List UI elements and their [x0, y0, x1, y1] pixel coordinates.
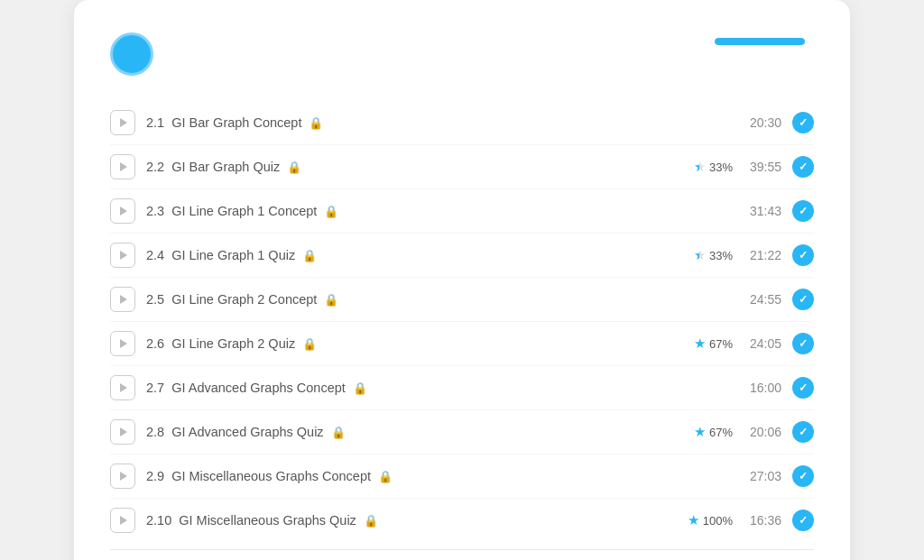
lesson-name: 2.6 GI Line Graph 2 Quiz 🔒 [146, 336, 670, 351]
lesson-meta: 16:00 ✓ [670, 377, 814, 399]
play-triangle-icon [120, 251, 127, 260]
play-button[interactable] [110, 243, 135, 268]
lesson-row[interactable]: 2.8 GI Advanced Graphs Quiz 🔒 ★67% 20:06… [110, 410, 814, 454]
play-button[interactable] [110, 464, 135, 489]
lesson-name: 2.10 GI Miscellaneous Graphs Quiz 🔒 [146, 513, 670, 528]
lesson-id: 2.6 [146, 336, 164, 351]
lesson-meta: ★★33% 39:55 ✓ [670, 156, 814, 178]
lesson-name: 2.9 GI Miscellaneous Graphs Concept 🔒 [146, 469, 670, 483]
check-icon: ✓ [799, 205, 808, 217]
check-icon: ✓ [799, 514, 808, 527]
lesson-title: GI Line Graph 1 Concept [171, 204, 317, 218]
lesson-id: 2.3 [146, 204, 164, 218]
lesson-id: 2.10 [146, 513, 171, 528]
half-star-icon: ★★ [694, 159, 706, 175]
play-triangle-icon [120, 339, 127, 348]
progress-bar-fill [715, 38, 805, 45]
module-icon [110, 32, 153, 76]
play-triangle-icon [120, 162, 127, 171]
lesson-id: 2.2 [146, 160, 164, 174]
lesson-percent: ★★33% [694, 159, 733, 175]
check-icon: ✓ [799, 337, 808, 350]
completion-badge: ✓ [792, 112, 814, 133]
lock-icon: 🔒 [324, 293, 338, 307]
lesson-percent: ★★33% [694, 247, 733, 263]
play-button[interactable] [110, 331, 135, 356]
play-button[interactable] [110, 198, 135, 224]
check-icon: ✓ [799, 161, 808, 173]
module-header [110, 29, 814, 76]
completion-badge: ✓ [792, 289, 814, 310]
lock-icon: 🔒 [287, 161, 301, 174]
lesson-name: 2.4 GI Line Graph 1 Quiz 🔒 [146, 248, 670, 262]
lock-icon: 🔒 [302, 249, 317, 262]
play-button[interactable] [110, 375, 135, 400]
lesson-meta: 24:55 ✓ [670, 289, 814, 310]
lesson-meta: 27:03 ✓ [670, 465, 814, 487]
lesson-row[interactable]: 2.4 GI Line Graph 1 Quiz 🔒 ★★33% 21:22 ✓ [110, 234, 814, 278]
lesson-row[interactable]: 2.2 GI Bar Graph Quiz 🔒 ★★33% 39:55 ✓ [110, 145, 814, 189]
module-card: 2.1 GI Bar Graph Concept 🔒 20:30 ✓ 2.2 G… [74, 0, 850, 560]
lesson-id: 2.5 [146, 292, 164, 307]
lesson-time: 16:00 [744, 381, 781, 395]
lesson-meta: 20:30 ✓ [670, 112, 814, 133]
completion-badge: ✓ [792, 333, 814, 354]
play-button[interactable] [110, 508, 135, 533]
lesson-time: 39:55 [744, 160, 781, 174]
lesson-time: 16:36 [744, 513, 781, 528]
completion-badge: ✓ [792, 377, 814, 399]
lesson-time: 31:43 [744, 204, 781, 218]
lock-icon: 🔒 [324, 205, 338, 218]
play-button[interactable] [110, 287, 135, 312]
check-icon: ✓ [799, 116, 808, 129]
lesson-title: GI Line Graph 1 Quiz [171, 248, 295, 262]
check-icon: ✓ [799, 381, 808, 394]
lesson-id: 2.7 [146, 381, 164, 395]
completion-badge: ✓ [792, 244, 814, 266]
lesson-title: GI Bar Graph Concept [171, 115, 301, 130]
lesson-title: GI Miscellaneous Graphs Quiz [179, 513, 356, 528]
lesson-time: 20:30 [744, 115, 781, 130]
star-icon: ★ [688, 512, 699, 528]
lesson-row[interactable]: 2.5 GI Line Graph 2 Concept 🔒 24:55 ✓ [110, 278, 814, 322]
completion-badge: ✓ [792, 200, 814, 222]
lesson-title: GI Advanced Graphs Concept [171, 381, 346, 395]
module-progress [715, 38, 814, 45]
lesson-name: 2.5 GI Line Graph 2 Concept 🔒 [146, 292, 670, 307]
play-triangle-icon [120, 295, 127, 304]
completion-badge: ✓ [792, 156, 814, 178]
collapse-button[interactable]: ▲ [110, 550, 814, 560]
lesson-title: GI Bar Graph Quiz [171, 160, 280, 174]
play-triangle-icon [120, 472, 127, 481]
lesson-name: 2.8 GI Advanced Graphs Quiz 🔒 [146, 425, 670, 439]
star-icon: ★ [694, 424, 706, 440]
check-icon: ✓ [799, 470, 808, 482]
play-triangle-icon [120, 118, 127, 127]
lesson-row[interactable]: 2.3 GI Line Graph 1 Concept 🔒 31:43 ✓ [110, 189, 814, 234]
lesson-name: 2.1 GI Bar Graph Concept 🔒 [146, 115, 670, 130]
play-button[interactable] [110, 110, 135, 135]
lesson-name: 2.7 GI Advanced Graphs Concept 🔒 [146, 381, 670, 395]
lesson-row[interactable]: 2.6 GI Line Graph 2 Quiz 🔒 ★67% 24:05 ✓ [110, 322, 814, 366]
completion-badge: ✓ [792, 465, 814, 487]
lock-icon: 🔒 [378, 470, 393, 483]
lesson-id: 2.4 [146, 248, 164, 262]
lesson-meta: ★100% 16:36 ✓ [670, 510, 814, 531]
lesson-time: 24:05 [744, 336, 781, 351]
lesson-name: 2.3 GI Line Graph 1 Concept 🔒 [146, 204, 670, 218]
lesson-row[interactable]: 2.1 GI Bar Graph Concept 🔒 20:30 ✓ [110, 101, 814, 145]
star-icon: ★ [694, 335, 706, 352]
play-triangle-icon [120, 383, 127, 392]
play-button[interactable] [110, 154, 135, 179]
lesson-row[interactable]: 2.10 GI Miscellaneous Graphs Quiz 🔒 ★100… [110, 499, 814, 542]
lesson-time: 20:06 [744, 425, 781, 439]
lesson-time: 21:22 [744, 248, 781, 262]
play-button[interactable] [110, 419, 135, 445]
lesson-row[interactable]: 2.7 GI Advanced Graphs Concept 🔒 16:00 ✓ [110, 366, 814, 410]
lesson-id: 2.8 [146, 425, 164, 439]
progress-bar-background [715, 38, 805, 45]
lesson-row[interactable]: 2.9 GI Miscellaneous Graphs Concept 🔒 27… [110, 454, 814, 499]
lesson-title: GI Line Graph 2 Concept [171, 292, 317, 307]
check-icon: ✓ [799, 249, 808, 262]
lock-icon: 🔒 [302, 337, 317, 351]
